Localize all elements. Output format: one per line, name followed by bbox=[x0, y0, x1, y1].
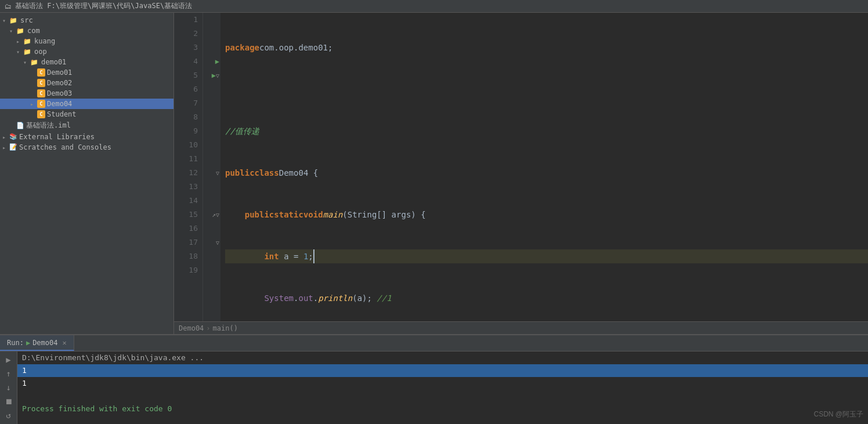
sidebar: 📁 src 📁 com 📁 kuang 📁 oop 📁 demo01 bbox=[0, 13, 174, 334]
gutter-16 bbox=[203, 222, 220, 235]
gutter-15[interactable]: ↗ ▽ bbox=[203, 208, 220, 222]
sidebar-label-com: com bbox=[27, 27, 40, 35]
breadcrumb-method: main() bbox=[213, 324, 238, 332]
run-play-btn[interactable]: ▶ bbox=[3, 354, 15, 365]
sidebar-item-extlib[interactable]: 📚 External Libraries bbox=[0, 132, 173, 142]
sidebar-label-kuang: kuang bbox=[34, 37, 55, 45]
sidebar-label-Demo03: Demo03 bbox=[47, 89, 72, 97]
iml-icon: 📄 bbox=[16, 122, 24, 130]
code-line-3: //值传递 bbox=[225, 124, 868, 138]
project-icon: 🗂 bbox=[5, 2, 12, 10]
gutter-11 bbox=[203, 152, 220, 166]
breadcrumb: Demo04 › main() bbox=[174, 321, 868, 334]
gutter-10 bbox=[203, 138, 220, 152]
run-tabs: Run: ▶ Demo04 ✕ bbox=[0, 335, 868, 351]
sidebar-item-Demo02[interactable]: C Demo02 bbox=[0, 78, 173, 88]
gutter-18 bbox=[203, 249, 220, 263]
sidebar-item-Demo04[interactable]: C Demo04 bbox=[0, 99, 173, 109]
gutter-1 bbox=[203, 13, 220, 27]
code-line-6: int a = 1; bbox=[225, 249, 868, 263]
breadcrumb-sep: › bbox=[206, 324, 210, 332]
gutter-7 bbox=[203, 96, 220, 110]
fold-btn-17[interactable]: ▽ bbox=[216, 240, 219, 246]
gutter-icons: ▶ ▶ ▽ ▽ ↗ ▽ bbox=[203, 13, 220, 321]
folder-icon-oop: 📁 bbox=[23, 48, 32, 55]
arrow-src bbox=[2, 17, 9, 24]
gutter-3 bbox=[203, 41, 220, 55]
run-label: Run: bbox=[7, 339, 24, 347]
gutter-8 bbox=[203, 110, 220, 124]
code-line-5: public static void main(String[] args) { bbox=[225, 208, 868, 222]
sidebar-label-scratches: Scratches and Consoles bbox=[19, 143, 111, 151]
code-container: 12345 678910 1112131415 16171819 ▶ ▶ ▽ bbox=[174, 13, 868, 321]
run-output-1b: 1 bbox=[17, 377, 868, 390]
arrow-scratches bbox=[2, 144, 9, 151]
run-tab-run[interactable]: Run: ▶ Demo04 ✕ bbox=[0, 335, 74, 351]
sidebar-item-kuang[interactable]: 📁 kuang bbox=[0, 36, 173, 46]
code-line-1: package com.oop.demo01; bbox=[225, 41, 868, 55]
run-output-1a[interactable]: 1 bbox=[17, 364, 868, 377]
fold-btn-15[interactable]: ▽ bbox=[216, 212, 219, 218]
sidebar-label-Demo01: Demo01 bbox=[47, 68, 72, 77]
fold-btn-5[interactable]: ▽ bbox=[216, 73, 219, 79]
sidebar-label-Demo02: Demo02 bbox=[47, 79, 72, 87]
run-panel: Run: ▶ Demo04 ✕ ▶ ↑ ↓ ⏹ ↺ D:\Environment… bbox=[0, 334, 868, 424]
class-icon-demo02: C bbox=[37, 79, 45, 87]
gutter-12[interactable]: ▽ bbox=[203, 166, 220, 180]
sidebar-item-Student[interactable]: C Student bbox=[0, 109, 173, 119]
sidebar-label-demo01: demo01 bbox=[41, 58, 66, 66]
line-numbers: 12345 678910 1112131415 16171819 bbox=[174, 13, 203, 321]
sidebar-item-Demo01[interactable]: C Demo01 bbox=[0, 67, 173, 78]
run-scroll-up-btn[interactable]: ↑ bbox=[3, 368, 15, 379]
sidebar-item-src[interactable]: 📁 src bbox=[0, 15, 173, 26]
gutter-14 bbox=[203, 194, 220, 208]
run-output-cmd: D:\Environment\jdk8\jdk\bin\java.exe ... bbox=[17, 351, 868, 364]
gutter-4[interactable]: ▶ bbox=[203, 55, 220, 68]
main-area: 📁 src 📁 com 📁 kuang 📁 oop 📁 demo01 bbox=[0, 13, 868, 334]
run-tab-close[interactable]: ✕ bbox=[63, 339, 67, 347]
run-arrow-5[interactable]: ▶ bbox=[212, 71, 216, 79]
sidebar-label-oop: oop bbox=[34, 48, 47, 56]
arrow-demo04-file bbox=[30, 101, 37, 107]
gutter-9 bbox=[203, 124, 220, 138]
run-scroll-down-btn[interactable]: ↓ bbox=[3, 382, 15, 393]
folder-icon-demo01: 📁 bbox=[30, 59, 39, 66]
run-output-empty bbox=[17, 390, 868, 403]
run-output: D:\Environment\jdk8\jdk\bin\java.exe ...… bbox=[17, 351, 868, 424]
arrow-com bbox=[9, 28, 16, 34]
gutter-13 bbox=[203, 180, 220, 194]
gutter-17[interactable]: ▽ bbox=[203, 235, 220, 249]
scratches-icon: 📝 bbox=[9, 143, 17, 151]
class-icon-demo04: C bbox=[37, 100, 45, 108]
arrow-oop bbox=[16, 49, 23, 55]
sidebar-item-com[interactable]: 📁 com bbox=[0, 26, 173, 36]
arrow-demo01 bbox=[23, 59, 30, 66]
folder-icon-src: 📁 bbox=[9, 17, 19, 24]
sidebar-label-src: src bbox=[20, 16, 33, 24]
fold-btn-12[interactable]: ▽ bbox=[216, 170, 219, 176]
sidebar-item-Demo03[interactable]: C Demo03 bbox=[0, 88, 173, 99]
code-line-7: System.out.println(a); //1 bbox=[225, 291, 868, 305]
run-output-finish: Process finished with exit code 0 bbox=[17, 403, 868, 415]
gutter-2 bbox=[203, 27, 220, 41]
gutter-19 bbox=[203, 263, 220, 277]
sidebar-item-demo01[interactable]: 📁 demo01 bbox=[0, 57, 173, 67]
extlib-icon: 📚 bbox=[9, 133, 17, 141]
sidebar-item-oop[interactable]: 📁 oop bbox=[0, 46, 173, 57]
sidebar-item-scratches[interactable]: 📝 Scratches and Consoles bbox=[0, 142, 173, 153]
sidebar-label-Demo04: Demo04 bbox=[47, 100, 72, 108]
code-editor[interactable]: package com.oop.demo01; //值传递 public cla… bbox=[220, 13, 868, 321]
class-icon-demo03: C bbox=[37, 89, 45, 97]
run-stop-btn[interactable]: ⏹ bbox=[3, 396, 15, 407]
folder-icon-com: 📁 bbox=[16, 27, 26, 34]
run-content: ▶ ↑ ↓ ⏹ ↺ D:\Environment\jdk8\jdk\bin\ja… bbox=[0, 351, 868, 424]
editor-area: 12345 678910 1112131415 16171819 ▶ ▶ ▽ bbox=[174, 13, 868, 334]
run-rerun-btn[interactable]: ↺ bbox=[3, 409, 15, 421]
run-arrow-4[interactable]: ▶ bbox=[215, 57, 219, 66]
gutter-5[interactable]: ▶ ▽ bbox=[203, 68, 220, 82]
title-text: 基础语法 F:\班级管理\网课班\代码\JavaSE\基础语法 bbox=[15, 1, 192, 11]
run-icon: ▶ bbox=[26, 339, 30, 347]
sidebar-label-iml: 基础语法.iml bbox=[26, 121, 71, 131]
sidebar-item-iml[interactable]: 📄 基础语法.iml bbox=[0, 119, 173, 132]
sidebar-label-Student: Student bbox=[47, 110, 77, 118]
